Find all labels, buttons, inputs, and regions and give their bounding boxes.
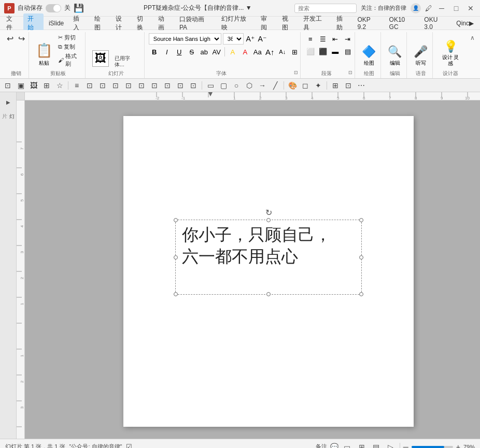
- close-button[interactable]: ✕: [465, 3, 476, 13]
- handle-mr[interactable]: [359, 255, 363, 259]
- tb2-btn12[interactable]: ⊡: [149, 80, 160, 91]
- font-color-button[interactable]: A: [239, 46, 251, 57]
- menu-okp[interactable]: OKP 9.2: [353, 15, 384, 32]
- tb2-btn13[interactable]: ⊡: [162, 80, 173, 91]
- align-right-button[interactable]: ▬: [330, 46, 341, 57]
- panel-expand-btn[interactable]: ▶: [5, 99, 11, 105]
- strikethrough-button[interactable]: S: [186, 46, 197, 57]
- rotate-handle[interactable]: ↻: [265, 208, 272, 218]
- cut-button[interactable]: ✂剪切: [57, 33, 83, 42]
- tb2-effect-btn[interactable]: ✦: [313, 80, 324, 91]
- tb2-shapes-btn[interactable]: ⊞: [41, 80, 52, 91]
- tb2-align-btn[interactable]: ⊡: [343, 80, 354, 91]
- redo-button[interactable]: ↪: [17, 33, 26, 44]
- tb2-more-btn[interactable]: ⋯: [356, 80, 367, 91]
- increase-indent-button[interactable]: ⇥: [342, 33, 354, 45]
- menu-islide[interactable]: iSlide: [45, 19, 68, 28]
- tb2-fill-btn[interactable]: 🎨: [287, 80, 298, 91]
- slide-canvas-area[interactable]: ↻ 你小子，只顾自己， 六一都不用点心: [25, 100, 480, 439]
- handle-bm[interactable]: [266, 292, 271, 296]
- bold-button[interactable]: B: [149, 46, 160, 57]
- menu-qinc[interactable]: Qinc▶: [452, 19, 478, 28]
- tb2-btn8[interactable]: ⊡: [97, 80, 108, 91]
- save-button[interactable]: 💾: [74, 3, 84, 13]
- align-center-button[interactable]: ⬛: [317, 46, 329, 57]
- handle-br[interactable]: [359, 292, 363, 296]
- undo-button[interactable]: ↩: [5, 33, 15, 44]
- highlight-button[interactable]: A: [227, 46, 238, 57]
- kerning-button[interactable]: AV: [211, 46, 222, 57]
- tb2-btn9[interactable]: ⊡: [110, 80, 121, 91]
- tb2-hex-btn[interactable]: ⬡: [244, 80, 255, 91]
- paste-button[interactable]: 📋 粘贴: [33, 41, 55, 68]
- editing-button[interactable]: 🔍 编辑: [385, 44, 404, 68]
- ribbon-collapse-button[interactable]: ∧: [470, 34, 475, 41]
- increase-font-button[interactable]: A⁺: [245, 34, 256, 44]
- ribbon-icon[interactable]: 🖊: [425, 4, 432, 12]
- autosave-toggle[interactable]: [46, 4, 61, 12]
- tb2-line-btn[interactable]: ╱: [270, 80, 281, 91]
- decrease-font-button[interactable]: A⁻: [257, 34, 267, 44]
- new-slide-button[interactable]: 🖼: [90, 49, 111, 68]
- numbering-button[interactable]: ☰: [317, 33, 329, 45]
- tb2-btn7[interactable]: ⊡: [84, 80, 95, 91]
- justify-button[interactable]: ▤: [342, 46, 354, 57]
- format-painter-button[interactable]: 🖌格式刷: [57, 52, 83, 68]
- font-name-select[interactable]: Source Han Sans Light: [149, 33, 221, 45]
- decrease-indent-button[interactable]: ⇤: [330, 33, 341, 45]
- increase-font-a-button[interactable]: A↑: [264, 46, 276, 57]
- tb2-btn11[interactable]: ⊡: [136, 80, 147, 91]
- zoom-in-btn[interactable]: +: [456, 443, 460, 449]
- notes-button[interactable]: 备注: [316, 443, 327, 448]
- slide-sorter-btn[interactable]: ⊞: [356, 441, 368, 449]
- char-spacing-button[interactable]: ⊞: [289, 46, 301, 57]
- tb2-arrow-btn[interactable]: →: [257, 80, 268, 91]
- accessibility-icon[interactable]: ☑: [126, 443, 132, 448]
- italic-button[interactable]: I: [161, 46, 173, 57]
- maximize-button[interactable]: □: [451, 3, 461, 13]
- handle-ml[interactable]: [174, 255, 178, 259]
- handle-bl[interactable]: [174, 292, 178, 296]
- tb2-arrange-btn[interactable]: ⊞: [330, 80, 341, 91]
- font-size-select[interactable]: 36: [223, 33, 244, 45]
- design-ideas-button[interactable]: 💡 设计 灵感: [437, 38, 464, 68]
- tb2-rect-btn[interactable]: ▭: [205, 80, 216, 91]
- handle-tm[interactable]: [266, 218, 271, 222]
- shadow-button[interactable]: ab: [199, 46, 210, 57]
- tb2-btn15[interactable]: ⊡: [188, 80, 199, 91]
- normal-view-btn[interactable]: ▭: [342, 441, 353, 449]
- tb2-icons-btn[interactable]: ☆: [54, 80, 65, 91]
- slideshow-btn[interactable]: ▷: [385, 441, 397, 449]
- text-box-selected[interactable]: ↻ 你小子，只顾自己， 六一都不用点心: [175, 220, 362, 295]
- bullets-button[interactable]: ≡: [305, 33, 316, 45]
- underline-button[interactable]: U: [174, 46, 185, 57]
- minimize-button[interactable]: ─: [436, 3, 447, 13]
- decrease-font-a-button[interactable]: A↓: [277, 46, 288, 57]
- search-input[interactable]: [294, 4, 357, 13]
- voice-button[interactable]: 🎤 听写: [411, 44, 430, 68]
- user-avatar[interactable]: 👤: [411, 3, 421, 13]
- menu-oku[interactable]: OKU 3.0: [420, 15, 451, 32]
- tb2-btn10[interactable]: ⊡: [123, 80, 134, 91]
- zoom-out-btn[interactable]: ─: [403, 443, 408, 449]
- tb2-btn6[interactable]: ≡: [71, 80, 82, 91]
- copy-button[interactable]: ⧉复制: [57, 42, 83, 51]
- handle-tr[interactable]: [359, 218, 363, 222]
- drawing-button[interactable]: 🔷 绘图: [359, 44, 378, 68]
- tb2-circle-btn[interactable]: ○: [231, 80, 242, 91]
- reading-view-btn[interactable]: ▤: [371, 441, 382, 449]
- menu-ok10[interactable]: OK10 GC: [385, 15, 419, 32]
- slide-text[interactable]: 你小子，只顾自己， 六一都不用点心: [176, 220, 361, 271]
- tb2-btn14[interactable]: ⊡: [175, 80, 186, 91]
- tb2-img-btn[interactable]: 🖼: [28, 80, 39, 91]
- used-font-button[interactable]: 已用字 体...: [113, 55, 142, 68]
- slide[interactable]: ↻ 你小子，只顾自己， 六一都不用点心: [123, 116, 414, 427]
- tb2-outline-btn[interactable]: ◻: [300, 80, 311, 91]
- handle-tl[interactable]: [174, 218, 178, 222]
- comments-icon[interactable]: 💬: [330, 443, 338, 448]
- menu-pa[interactable]: 口袋动画 PA: [175, 14, 217, 32]
- zoom-slider[interactable]: [412, 446, 453, 448]
- font-group-expand[interactable]: ⊡: [294, 70, 298, 77]
- tb2-table-btn[interactable]: ▣: [15, 80, 26, 91]
- paragraph-group-expand[interactable]: ⊡: [348, 70, 352, 77]
